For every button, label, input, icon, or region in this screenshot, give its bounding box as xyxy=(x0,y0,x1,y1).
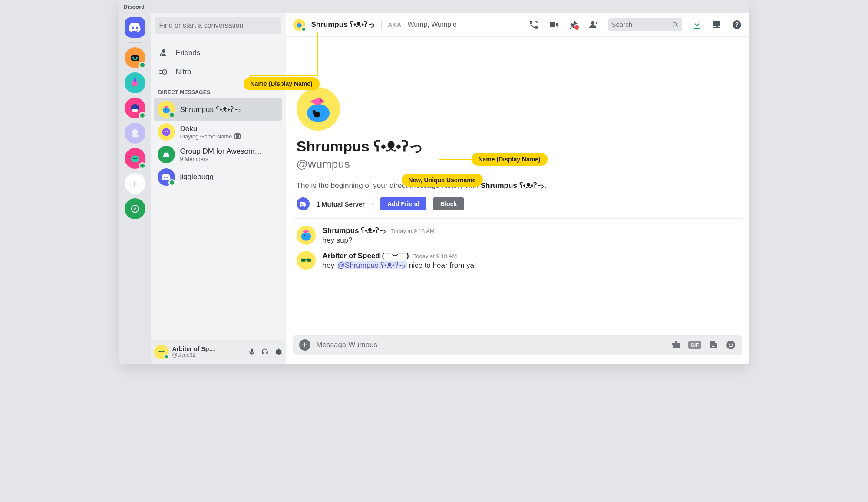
add-friend-icon[interactable] xyxy=(588,20,599,30)
server-avatar-icon xyxy=(128,126,142,140)
add-server-button[interactable]: + xyxy=(125,173,145,194)
gift-icon[interactable] xyxy=(671,340,681,350)
chat-header: Shrumpus ʕ•ᴥ•ʔっ AKA Wump, Wumple Search xyxy=(286,13,749,37)
server-item[interactable] xyxy=(125,72,145,93)
pinned-messages-button[interactable] xyxy=(568,20,579,30)
message-avatar[interactable] xyxy=(297,226,316,245)
emoji-icon[interactable] xyxy=(726,340,736,350)
dm-name: Deku xyxy=(180,125,241,133)
voice-call-icon[interactable] xyxy=(528,20,539,30)
dm-name: Shrumpus ʕ•ᴥ•ʔっ xyxy=(180,105,241,115)
svg-rect-9 xyxy=(132,135,139,138)
svg-point-28 xyxy=(591,21,594,25)
mic-icon[interactable] xyxy=(248,348,256,356)
attach-button[interactable]: + xyxy=(299,339,310,351)
svg-point-12 xyxy=(135,158,137,159)
status-online-icon xyxy=(301,27,306,32)
message-text: hey sup? xyxy=(323,236,435,246)
dm-item-jigglepugg[interactable]: jigglepugg xyxy=(154,166,282,188)
chat-title: Shrumpus ʕ•ᴥ•ʔっ xyxy=(311,20,376,30)
svg-point-37 xyxy=(304,235,305,236)
mutual-server-text[interactable]: 1 Mutual Server xyxy=(317,200,365,208)
svg-point-44 xyxy=(726,341,735,349)
avatar xyxy=(158,123,175,141)
svg-rect-25 xyxy=(162,351,164,352)
inbox-icon[interactable] xyxy=(712,20,722,30)
mutual-server-badge[interactable] xyxy=(297,197,310,210)
server-item[interactable] xyxy=(125,148,145,169)
message-text: hey @Shrumpus ʕ•ᴥ•ʔっ nice to hear from y… xyxy=(323,261,476,271)
server-item[interactable] xyxy=(125,47,145,68)
svg-point-17 xyxy=(165,109,165,110)
message-author[interactable]: Shrumpus ʕ•ᴥ•ʔっ xyxy=(323,226,387,236)
headphones-icon[interactable] xyxy=(261,348,269,356)
dm-item-deku[interactable]: Deku Playing Game Name xyxy=(154,121,282,143)
message-composer[interactable]: + Message Wumpus GIF xyxy=(293,335,742,355)
annotation-lead xyxy=(250,75,318,76)
server-item[interactable] xyxy=(125,123,145,144)
message-avatar[interactable] xyxy=(297,251,316,270)
dm-item-shrumpus[interactable]: Shrumpus ʕ•ᴥ•ʔっ xyxy=(154,98,282,121)
profile-avatar xyxy=(297,87,340,131)
svg-point-15 xyxy=(164,72,165,73)
wumpus-avatar-icon xyxy=(301,92,335,126)
mention[interactable]: @Shrumpus ʕ•ᴥ•ʔっ xyxy=(337,261,407,269)
message-timestamp: Today at 9:18 AM xyxy=(413,253,457,259)
svg-rect-5 xyxy=(134,78,136,82)
chat-main: Shrumpus ʕ•ᴥ•ʔっ AKA Wump, Wumple Search xyxy=(286,13,749,364)
compass-icon xyxy=(130,204,140,213)
avatar xyxy=(158,101,175,118)
svg-point-27 xyxy=(297,23,302,27)
search-input[interactable]: Search xyxy=(608,18,682,31)
self-display-name: Arbiter of Sp… xyxy=(172,345,244,352)
aka-names: Wump, Wumple xyxy=(407,21,456,29)
explore-servers-button[interactable] xyxy=(125,198,145,219)
aka-label: AKA xyxy=(388,21,401,28)
svg-point-1 xyxy=(132,57,134,59)
find-conversation-input[interactable]: Find or start a conversation xyxy=(155,17,281,34)
video-call-icon[interactable] xyxy=(548,20,559,30)
divider xyxy=(381,20,382,30)
svg-point-20 xyxy=(166,131,168,132)
server-item[interactable] xyxy=(125,98,145,118)
avatar xyxy=(158,168,175,186)
server-avatar-icon xyxy=(128,76,142,90)
block-button[interactable]: Block xyxy=(433,197,464,210)
dm-item-group[interactable]: Group DM for Awesom… 9 Members xyxy=(154,143,282,166)
add-friend-button[interactable]: Add Friend xyxy=(380,197,426,210)
download-icon[interactable] xyxy=(692,20,702,30)
self-avatar[interactable] xyxy=(154,345,169,359)
svg-point-46 xyxy=(731,344,733,345)
svg-point-43 xyxy=(713,345,715,346)
annotation-callout: Name (Display Name) xyxy=(244,77,320,90)
help-icon[interactable] xyxy=(732,20,742,30)
header-avatar xyxy=(293,19,305,31)
nav-friends[interactable]: Friends xyxy=(154,43,282,62)
gif-button[interactable]: GIF xyxy=(688,341,701,349)
svg-rect-24 xyxy=(158,351,161,352)
sunglasses-avatar-icon xyxy=(299,253,314,268)
svg-point-11 xyxy=(133,158,135,159)
search-icon xyxy=(672,21,679,28)
server-separator xyxy=(128,42,142,43)
find-conversation-placeholder: Find or start a conversation xyxy=(159,22,244,30)
dm-name: jigglepugg xyxy=(180,173,214,181)
search-placeholder: Search xyxy=(612,21,633,28)
svg-point-2 xyxy=(135,57,137,59)
gear-icon[interactable] xyxy=(274,348,282,356)
avatar-icon xyxy=(160,126,172,138)
sticker-icon[interactable] xyxy=(708,340,719,350)
annotation-callout: New, Unique Username xyxy=(402,174,483,187)
message-author[interactable]: Arbiter of Speed (￣︶￣) xyxy=(323,251,409,261)
home-button[interactable] xyxy=(125,17,145,38)
discord-logo-icon xyxy=(299,200,307,208)
plus-icon: + xyxy=(302,340,307,350)
svg-point-42 xyxy=(711,345,713,346)
discord-logo-icon xyxy=(128,20,142,34)
nav-friends-label: Friends xyxy=(176,49,201,57)
svg-point-29 xyxy=(673,22,676,26)
message-timestamp: Today at 9:18 AM xyxy=(391,228,434,234)
composer-placeholder: Message Wumpus xyxy=(317,341,377,349)
svg-rect-3 xyxy=(133,59,137,60)
status-online-icon xyxy=(164,354,169,360)
